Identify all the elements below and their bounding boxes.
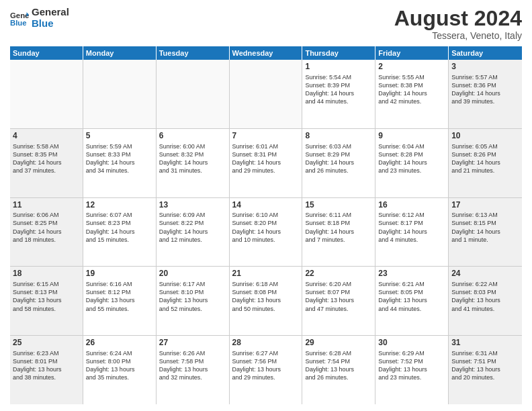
day-number: 11 <box>13 200 80 211</box>
calendar-body: 1Sunrise: 5:54 AM Sunset: 8:39 PM Daylig… <box>10 60 522 404</box>
day-content: Sunrise: 6:00 AM Sunset: 8:32 PM Dayligh… <box>159 142 226 175</box>
day-cell-11: 11Sunrise: 6:06 AM Sunset: 8:25 PM Dayli… <box>10 198 83 267</box>
day-cell-14: 14Sunrise: 6:10 AM Sunset: 8:20 PM Dayli… <box>230 198 303 267</box>
day-number: 6 <box>159 131 226 142</box>
day-content: Sunrise: 5:55 AM Sunset: 8:38 PM Dayligh… <box>378 73 445 106</box>
page-header: General Blue General Blue August 2024 Te… <box>10 7 522 41</box>
header-wednesday: Wednesday <box>230 46 303 60</box>
day-number: 31 <box>451 338 519 349</box>
day-number: 15 <box>305 200 372 211</box>
day-number: 25 <box>13 338 80 349</box>
day-number: 12 <box>86 200 153 211</box>
day-number: 23 <box>378 269 445 279</box>
day-number: 18 <box>13 269 80 279</box>
day-number: 5 <box>86 131 153 142</box>
day-cell-6: 6Sunrise: 6:00 AM Sunset: 8:32 PM Daylig… <box>157 129 230 197</box>
day-cell-13: 13Sunrise: 6:09 AM Sunset: 8:22 PM Dayli… <box>157 198 230 267</box>
day-cell-15: 15Sunrise: 6:11 AM Sunset: 8:18 PM Dayli… <box>302 198 375 267</box>
day-cell-17: 17Sunrise: 6:13 AM Sunset: 8:15 PM Dayli… <box>449 198 522 267</box>
day-number: 8 <box>305 131 372 142</box>
calendar-row-5: 25Sunrise: 6:23 AM Sunset: 8:01 PM Dayli… <box>10 336 522 404</box>
title-block: August 2024 Tessera, Veneto, Italy <box>394 7 522 41</box>
calendar-row-4: 18Sunrise: 6:15 AM Sunset: 8:13 PM Dayli… <box>10 267 522 336</box>
day-number: 19 <box>86 269 153 279</box>
day-number: 22 <box>305 269 372 279</box>
day-cell-21: 21Sunrise: 6:18 AM Sunset: 8:08 PM Dayli… <box>230 267 303 335</box>
day-cell-24: 24Sunrise: 6:22 AM Sunset: 8:03 PM Dayli… <box>449 267 522 335</box>
day-content: Sunrise: 5:58 AM Sunset: 8:35 PM Dayligh… <box>13 142 80 175</box>
day-content: Sunrise: 6:22 AM Sunset: 8:03 PM Dayligh… <box>451 280 519 313</box>
logo-blue: Blue <box>32 18 69 30</box>
day-number: 21 <box>232 269 300 279</box>
header-tuesday: Tuesday <box>157 46 230 60</box>
day-cell-29: 29Sunrise: 6:28 AM Sunset: 7:54 PM Dayli… <box>302 336 375 404</box>
day-number: 4 <box>13 131 80 142</box>
day-number: 20 <box>159 269 226 279</box>
day-cell-26: 26Sunrise: 6:24 AM Sunset: 8:00 PM Dayli… <box>83 336 157 404</box>
empty-cell <box>10 60 83 128</box>
day-number: 10 <box>451 131 519 142</box>
day-number: 24 <box>451 269 519 279</box>
day-content: Sunrise: 5:59 AM Sunset: 8:33 PM Dayligh… <box>86 142 153 175</box>
day-cell-5: 5Sunrise: 5:59 AM Sunset: 8:33 PM Daylig… <box>83 129 157 197</box>
day-content: Sunrise: 6:12 AM Sunset: 8:17 PM Dayligh… <box>378 211 445 244</box>
day-cell-9: 9Sunrise: 6:04 AM Sunset: 8:28 PM Daylig… <box>375 129 449 197</box>
logo: General Blue General Blue <box>10 7 69 29</box>
empty-cell <box>83 60 157 128</box>
day-cell-20: 20Sunrise: 6:17 AM Sunset: 8:10 PM Dayli… <box>157 267 230 335</box>
day-cell-22: 22Sunrise: 6:20 AM Sunset: 8:07 PM Dayli… <box>302 267 375 335</box>
day-cell-30: 30Sunrise: 6:29 AM Sunset: 7:52 PM Dayli… <box>375 336 449 404</box>
day-content: Sunrise: 6:17 AM Sunset: 8:10 PM Dayligh… <box>159 280 226 313</box>
day-number: 26 <box>86 338 153 349</box>
day-cell-7: 7Sunrise: 6:01 AM Sunset: 8:31 PM Daylig… <box>230 129 303 197</box>
day-content: Sunrise: 6:16 AM Sunset: 8:12 PM Dayligh… <box>86 280 153 313</box>
day-cell-25: 25Sunrise: 6:23 AM Sunset: 8:01 PM Dayli… <box>10 336 83 404</box>
day-number: 17 <box>451 200 519 211</box>
day-cell-12: 12Sunrise: 6:07 AM Sunset: 8:23 PM Dayli… <box>83 198 157 267</box>
day-cell-3: 3Sunrise: 5:57 AM Sunset: 8:36 PM Daylig… <box>449 60 522 128</box>
day-number: 14 <box>232 200 300 211</box>
day-cell-19: 19Sunrise: 6:16 AM Sunset: 8:12 PM Dayli… <box>83 267 157 335</box>
day-number: 9 <box>378 131 445 142</box>
day-content: Sunrise: 6:18 AM Sunset: 8:08 PM Dayligh… <box>232 280 300 313</box>
header-sunday: Sunday <box>10 46 83 60</box>
day-content: Sunrise: 6:21 AM Sunset: 8:05 PM Dayligh… <box>378 280 445 313</box>
day-content: Sunrise: 5:54 AM Sunset: 8:39 PM Dayligh… <box>305 73 372 106</box>
calendar-header: Sunday Monday Tuesday Wednesday Thursday… <box>10 46 522 60</box>
day-content: Sunrise: 5:57 AM Sunset: 8:36 PM Dayligh… <box>451 73 519 106</box>
day-cell-8: 8Sunrise: 6:03 AM Sunset: 8:29 PM Daylig… <box>302 129 375 197</box>
header-thursday: Thursday <box>302 46 375 60</box>
calendar-row-1: 1Sunrise: 5:54 AM Sunset: 8:39 PM Daylig… <box>10 60 522 129</box>
calendar: Sunday Monday Tuesday Wednesday Thursday… <box>10 46 522 404</box>
day-content: Sunrise: 6:28 AM Sunset: 7:54 PM Dayligh… <box>305 349 372 382</box>
day-cell-18: 18Sunrise: 6:15 AM Sunset: 8:13 PM Dayli… <box>10 267 83 335</box>
day-number: 1 <box>305 62 372 73</box>
day-content: Sunrise: 6:09 AM Sunset: 8:22 PM Dayligh… <box>159 211 226 244</box>
day-content: Sunrise: 6:26 AM Sunset: 7:58 PM Dayligh… <box>159 349 226 382</box>
day-content: Sunrise: 6:05 AM Sunset: 8:26 PM Dayligh… <box>451 142 519 175</box>
empty-cell <box>157 60 230 128</box>
svg-text:Blue: Blue <box>10 18 27 26</box>
day-cell-2: 2Sunrise: 5:55 AM Sunset: 8:38 PM Daylig… <box>375 60 449 128</box>
day-content: Sunrise: 6:29 AM Sunset: 7:52 PM Dayligh… <box>378 349 445 382</box>
header-saturday: Saturday <box>449 46 522 60</box>
day-content: Sunrise: 6:10 AM Sunset: 8:20 PM Dayligh… <box>232 211 300 244</box>
day-number: 29 <box>305 338 372 349</box>
day-cell-10: 10Sunrise: 6:05 AM Sunset: 8:26 PM Dayli… <box>449 129 522 197</box>
day-cell-28: 28Sunrise: 6:27 AM Sunset: 7:56 PM Dayli… <box>230 336 303 404</box>
day-content: Sunrise: 6:06 AM Sunset: 8:25 PM Dayligh… <box>13 211 80 244</box>
day-content: Sunrise: 6:15 AM Sunset: 8:13 PM Dayligh… <box>13 280 80 313</box>
day-cell-31: 31Sunrise: 6:31 AM Sunset: 7:51 PM Dayli… <box>449 336 522 404</box>
empty-cell <box>230 60 303 128</box>
location: Tessera, Veneto, Italy <box>394 30 522 41</box>
day-cell-23: 23Sunrise: 6:21 AM Sunset: 8:05 PM Dayli… <box>375 267 449 335</box>
calendar-row-3: 11Sunrise: 6:06 AM Sunset: 8:25 PM Dayli… <box>10 198 522 267</box>
logo-general: General <box>32 7 69 18</box>
day-content: Sunrise: 6:01 AM Sunset: 8:31 PM Dayligh… <box>232 142 300 175</box>
day-content: Sunrise: 6:11 AM Sunset: 8:18 PM Dayligh… <box>305 211 372 244</box>
month-year: August 2024 <box>394 7 522 30</box>
day-number: 30 <box>378 338 445 349</box>
day-number: 27 <box>159 338 226 349</box>
day-content: Sunrise: 6:23 AM Sunset: 8:01 PM Dayligh… <box>13 349 80 382</box>
day-number: 16 <box>378 200 445 211</box>
